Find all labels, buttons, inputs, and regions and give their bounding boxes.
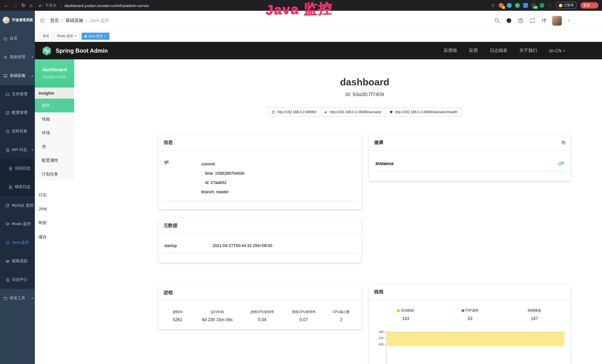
metadata-term: startup bbox=[164, 243, 213, 248]
bookmark-star-icon[interactable]: ☆ bbox=[491, 3, 495, 8]
wrench-icon bbox=[324, 110, 328, 114]
kebab-menu-icon[interactable]: ⋮ bbox=[592, 3, 595, 7]
extension-puzzle-icon[interactable] bbox=[548, 3, 552, 8]
sidebar-item-log-center[interactable]: 日志中心 bbox=[0, 270, 35, 289]
folder-icon bbox=[6, 92, 10, 96]
sidebar-item-redis[interactable]: Redis 监控 bbox=[0, 215, 35, 233]
sba-header: Spring Boot Admin 应用墙 应用 日志报表 关于我们 zh-CN… bbox=[35, 42, 602, 59]
tab-java[interactable]: Java 监控 × bbox=[82, 33, 109, 40]
sidebar-item-java[interactable]: Java 监控 bbox=[0, 233, 35, 252]
sba-item-details[interactable]: 细节 bbox=[35, 99, 74, 112]
gear-icon bbox=[3, 55, 7, 59]
sba-other-group: 日志 JVM 映射 缓存 bbox=[35, 188, 74, 244]
info-row-git: git commit: time: 1596289704000 id: 27aa… bbox=[164, 160, 355, 201]
breadcrumb-home[interactable]: 首页 bbox=[50, 17, 59, 24]
extension-leaf-icon[interactable] bbox=[539, 3, 544, 8]
forward-icon[interactable]: → bbox=[13, 3, 17, 8]
layers-icon bbox=[6, 222, 10, 226]
threads-chart: 140 120 100 bbox=[373, 331, 567, 364]
document-icon bbox=[9, 185, 13, 189]
chevron-up-icon: ▴ bbox=[32, 74, 33, 77]
extension-green-circle-icon[interactable] bbox=[515, 3, 520, 8]
sidebar-item-config[interactable]: 配置管理 bbox=[0, 104, 35, 122]
sidebar-item-api-log[interactable]: API 日志 ▴ bbox=[0, 140, 35, 159]
sidebar-item-infra[interactable]: 基础设施 ▴ bbox=[0, 66, 35, 85]
tab-redis[interactable]: Redis 监控 × bbox=[54, 33, 80, 40]
sba-item-classes[interactable]: 类 bbox=[35, 140, 74, 153]
fullscreen-icon[interactable] bbox=[530, 18, 535, 23]
insights-section-label: Insights bbox=[35, 87, 74, 99]
url-text[interactable]: dashboard.yudao.iocoder.cn/infra/admin-s… bbox=[64, 3, 149, 8]
sidebar-item-home[interactable]: 首页 bbox=[0, 29, 35, 48]
health-url-button[interactable]: http://192.168.0.2:48080/actuator/health bbox=[385, 107, 462, 117]
sba-nav-journal[interactable]: 日志报表 bbox=[490, 47, 507, 54]
profile-emoji-icon bbox=[559, 3, 562, 7]
app-header: 首页 / 基础设施 / Java 监控 TT ▾ bbox=[35, 11, 602, 31]
history-icon[interactable] bbox=[561, 140, 566, 145]
blue-swatch-icon bbox=[462, 309, 464, 312]
sba-nav-wallboard[interactable]: 应用墙 bbox=[444, 47, 457, 54]
instance-card[interactable]: dashboard 93a3fc7f7409 bbox=[35, 59, 74, 87]
health-card: 健康 Instance UP bbox=[369, 135, 571, 181]
update-label: 更新 bbox=[583, 3, 590, 8]
close-icon[interactable]: × bbox=[104, 34, 107, 38]
app-logo[interactable]: 芋道管理系统 bbox=[0, 11, 35, 29]
service-url-button[interactable]: http://192.168.0.2:48080/ bbox=[268, 107, 320, 117]
sba-nav-applications[interactable]: 应用 bbox=[469, 47, 478, 54]
paused-label: 已暂停 bbox=[564, 3, 574, 8]
sidebar-item-trace[interactable]: 链路追踪 bbox=[0, 252, 35, 270]
help-icon[interactable] bbox=[518, 18, 523, 23]
extension-dark-icon[interactable]: on bbox=[531, 3, 536, 8]
extension-blue-grid-icon[interactable] bbox=[523, 3, 528, 8]
sidebar-item-files[interactable]: 文件管理 bbox=[0, 85, 35, 104]
extension-orange-icon[interactable]: 1 bbox=[499, 3, 503, 8]
sba-item-scheduled[interactable]: 计划任务 bbox=[35, 167, 74, 181]
user-avatar[interactable] bbox=[552, 16, 562, 25]
sync-paused-pill[interactable]: 已暂停 bbox=[556, 2, 577, 9]
sidebar-item-devtools[interactable]: 研发工具 ▾ bbox=[0, 289, 35, 307]
sidebar-item-jobs[interactable]: 定时任务 bbox=[0, 122, 35, 140]
sba-item-configprops[interactable]: 配置属性 bbox=[35, 153, 74, 167]
instance-id: 93a3fc7f7409 bbox=[36, 75, 73, 79]
edit-icon bbox=[6, 111, 10, 115]
extension-teal-icon[interactable] bbox=[507, 3, 512, 8]
threads-legend: 活动线程 守护进程 线程峰值 bbox=[373, 308, 567, 313]
sidebar-item-system[interactable]: 系统管理 ▾ bbox=[0, 48, 35, 66]
github-icon[interactable] bbox=[506, 18, 512, 23]
sba-item-mappings[interactable]: 映射 bbox=[35, 215, 74, 230]
tab-home[interactable]: 首页 bbox=[40, 33, 52, 40]
sba-item-jvm[interactable]: JVM bbox=[35, 202, 74, 215]
metadata-row: startup 2021-04-27T00:44:31.254+08:00 bbox=[164, 243, 355, 253]
sba-brand[interactable]: Spring Boot Admin bbox=[56, 47, 108, 54]
home-icon[interactable]: ⌂ bbox=[30, 3, 33, 8]
actuator-url-button[interactable]: http://192.168.0.2:48080/actuator bbox=[320, 107, 386, 117]
chrome-update-button[interactable]: 更新 ⋮ bbox=[580, 2, 599, 9]
sidebar-item-error-log[interactable]: 错误日志 bbox=[0, 178, 35, 196]
legend-live: 活动线程 bbox=[373, 308, 438, 313]
health-instance-row: Instance UP bbox=[376, 161, 564, 171]
reload-icon[interactable]: ↻ bbox=[22, 3, 26, 8]
close-icon[interactable]: × bbox=[75, 34, 77, 38]
sba-nav-about[interactable]: 关于我们 bbox=[519, 47, 537, 54]
sba-item-logs[interactable]: 日志 bbox=[35, 188, 74, 202]
sba-item-caches[interactable]: 缓存 bbox=[35, 230, 74, 244]
breadcrumb-infra[interactable]: 基础设施 bbox=[65, 17, 83, 24]
font-size-icon[interactable]: TT bbox=[542, 18, 546, 23]
search-icon[interactable] bbox=[494, 18, 500, 23]
locale-selector[interactable]: zh-CN ▾ bbox=[549, 48, 565, 53]
heart-icon bbox=[389, 110, 393, 114]
avatar-caret-icon[interactable]: ▾ bbox=[568, 19, 570, 22]
sba-item-environment[interactable]: 环境 bbox=[35, 126, 74, 140]
address-bar[interactable]: ▲! 不安全 dashboard.yudao.iocoder.cn/infra/… bbox=[38, 3, 149, 8]
instance-links: http://192.168.0.2:48080/ http://192.168… bbox=[158, 107, 571, 117]
metadata-card: 元数据 startup 2021-04-27T00:44:31.254+08:0… bbox=[158, 218, 362, 263]
sba-item-metrics[interactable]: 性能 bbox=[35, 112, 74, 126]
sidebar-item-access-log[interactable]: 访问日志 bbox=[0, 159, 35, 178]
metadata-card-title: 元数据 bbox=[158, 218, 362, 234]
extension-count-badge: 1 bbox=[502, 6, 505, 9]
logo-avatar-icon bbox=[3, 17, 10, 23]
sidebar-item-mysql[interactable]: MySQL 监控 bbox=[0, 196, 35, 215]
status-badge: UP bbox=[558, 161, 564, 166]
back-icon[interactable]: ← bbox=[4, 3, 9, 8]
hamburger-icon[interactable] bbox=[40, 19, 45, 22]
